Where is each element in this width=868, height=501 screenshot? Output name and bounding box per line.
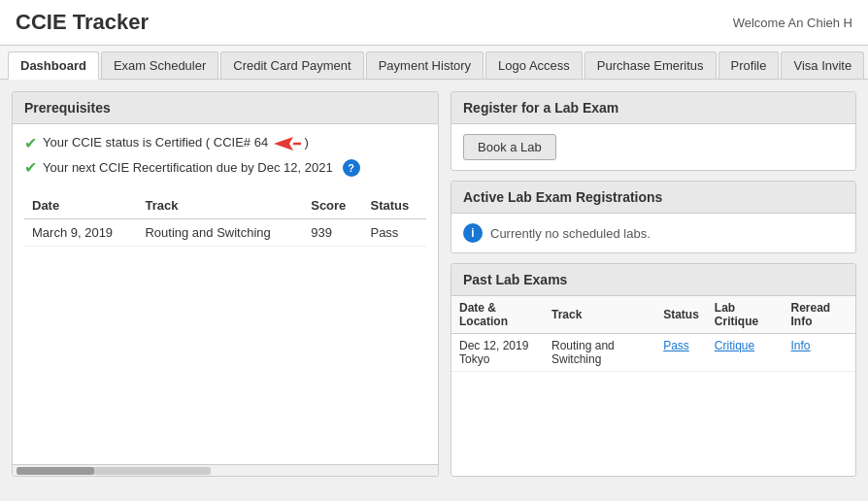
active-lab-body: i Currently no scheduled labs. (451, 214, 855, 252)
past-cell-status: Pass (655, 334, 707, 372)
critique-link[interactable]: Critique (715, 339, 754, 352)
past-cell-reread: Info (784, 334, 856, 372)
prerequisites-table: Date Track Score Status March 9, 2019 Ro… (24, 192, 426, 247)
scrollbar-thumb[interactable] (17, 467, 94, 475)
tab-credit-card-payment[interactable]: Credit Card Payment (220, 51, 363, 79)
scrollbar-track[interactable] (17, 467, 211, 475)
register-lab-body: Book a Lab (451, 124, 855, 170)
tab-visa-invite[interactable]: Visa Invite (781, 51, 864, 79)
active-lab-title: Active Lab Exam Registrations (451, 182, 855, 214)
info-circle-icon: i (463, 223, 483, 243)
app-title: CCIE Tracker (16, 10, 149, 35)
past-col-reread: Reread Info (784, 296, 856, 334)
ccie-status-text: Your CCIE status is Certified ( CCIE# 64… (43, 135, 309, 152)
recertification-status-item: ✔ Your next CCIE Recertification due by … (24, 158, 426, 177)
check-icon-2: ✔ (24, 158, 37, 177)
tab-purchase-emeritus[interactable]: Purchase Emeritus (584, 51, 717, 79)
table-header-row: Date Track Score Status (24, 192, 426, 219)
col-date: Date (24, 192, 137, 219)
app-header: CCIE Tracker Welcome An Chieh H (0, 0, 868, 46)
check-icon-1: ✔ (24, 134, 37, 152)
prerequisites-title: Prerequisites (13, 92, 438, 124)
no-labs-message: i Currently no scheduled labs. (463, 223, 844, 243)
past-table-row: Dec 12, 2019Tokyo Routing and Switching … (451, 334, 855, 372)
book-lab-button[interactable]: Book a Lab (463, 134, 556, 160)
horizontal-scrollbar[interactable] (13, 464, 438, 476)
table-row: March 9, 2019 Routing and Switching 939 … (24, 219, 426, 247)
main-content: Prerequisites ✔ Your CCIE status is Cert… (0, 80, 868, 488)
ccie-status-item: ✔ Your CCIE status is Certified ( CCIE# … (24, 134, 426, 152)
tab-exam-scheduler[interactable]: Exam Scheduler (101, 51, 218, 79)
tab-logo-access[interactable]: Logo Access (485, 51, 583, 79)
past-cell-critique: Critique (707, 334, 784, 372)
tab-bar: Dashboard Exam Scheduler Credit Card Pay… (0, 46, 868, 80)
active-lab-box: Active Lab Exam Registrations i Currentl… (451, 181, 856, 253)
past-lab-title: Past Lab Exams (451, 264, 855, 296)
status-link[interactable]: Pass (663, 339, 689, 352)
past-col-lab: Lab Critique (707, 296, 784, 334)
cell-status: Pass (362, 219, 426, 247)
prerequisites-panel: Prerequisites ✔ Your CCIE status is Cert… (12, 91, 439, 477)
col-track: Track (137, 192, 303, 219)
col-score: Score (303, 192, 362, 219)
past-col-date: Date & Location (451, 296, 544, 334)
cell-score: 939 (303, 219, 362, 247)
tab-payment-history[interactable]: Payment History (366, 51, 484, 79)
right-panel: Register for a Lab Exam Book a Lab Activ… (451, 91, 856, 477)
past-col-status: Status (655, 296, 707, 334)
past-lab-table: Date & Location Track Status Lab Critiqu… (451, 296, 855, 372)
cell-track: Routing and Switching (137, 219, 303, 247)
register-lab-box: Register for a Lab Exam Book a Lab (451, 91, 856, 171)
col-status: Status (362, 192, 426, 219)
cell-date: March 9, 2019 (24, 219, 137, 247)
info-icon-recert[interactable]: ? (343, 159, 360, 177)
past-lab-box: Past Lab Exams Date & Location Track Sta… (451, 263, 856, 477)
past-table-header-row: Date & Location Track Status Lab Critiqu… (451, 296, 855, 334)
tab-dashboard[interactable]: Dashboard (8, 51, 99, 80)
red-arrow-annotation (274, 135, 301, 152)
past-col-track: Track (544, 296, 655, 334)
no-labs-text: Currently no scheduled labs. (490, 226, 651, 241)
tab-profile[interactable]: Profile (718, 51, 780, 79)
past-cell-track: Routing and Switching (544, 334, 655, 372)
prerequisites-body: ✔ Your CCIE status is Certified ( CCIE# … (13, 124, 438, 464)
recertification-text: Your next CCIE Recertification due by De… (43, 160, 333, 175)
register-lab-title: Register for a Lab Exam (451, 92, 855, 124)
past-lab-table-container[interactable]: Date & Location Track Status Lab Critiqu… (451, 296, 855, 372)
svg-marker-0 (274, 137, 293, 150)
past-cell-date: Dec 12, 2019Tokyo (451, 334, 544, 372)
prerequisites-table-wrapper: Date Track Score Status March 9, 2019 Ro… (24, 183, 426, 247)
reread-link[interactable]: Info (791, 339, 811, 352)
welcome-message: Welcome An Chieh H (733, 16, 852, 30)
